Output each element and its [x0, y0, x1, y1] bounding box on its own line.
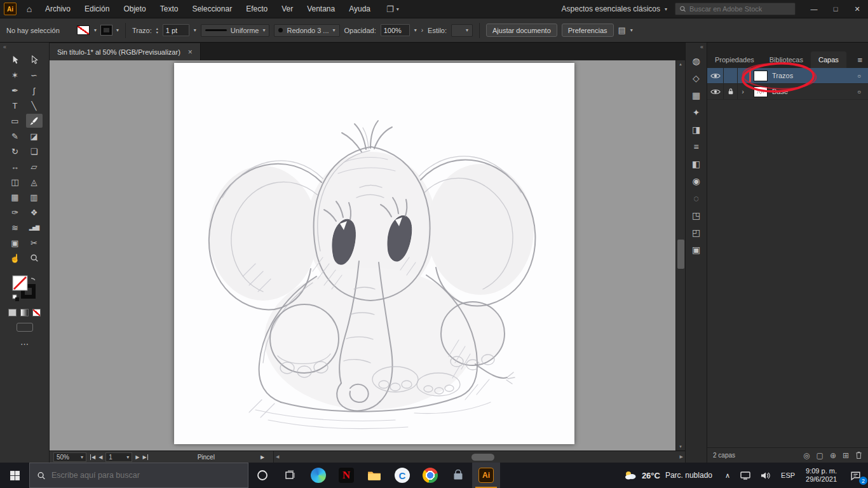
- stroke-color-swatch[interactable]: [101, 25, 112, 35]
- first-artboard-button[interactable]: ◀: [90, 454, 95, 460]
- layer-row-trazos[interactable]: Trazos ○: [707, 68, 868, 84]
- align-options-icon[interactable]: ▤: [618, 25, 626, 35]
- tool-free-transform[interactable]: ▱: [26, 159, 43, 173]
- tool-gradient[interactable]: ▥: [26, 190, 43, 204]
- appearance-panel-icon[interactable]: ◌: [688, 189, 705, 207]
- menu-efecto[interactable]: Efecto: [239, 4, 275, 13]
- stroke-weight-input[interactable]: [163, 24, 189, 36]
- canvas-viewport[interactable]: ▴ ▾: [50, 60, 685, 451]
- new-layer-icon[interactable]: ⊞: [843, 451, 849, 460]
- tab-capas[interactable]: Capas: [811, 51, 846, 68]
- weather-widget[interactable]: 26°C Parc. nublado: [616, 470, 720, 480]
- opacity-label[interactable]: Opacidad:: [344, 27, 376, 34]
- task-view-button[interactable]: [276, 463, 304, 488]
- tool-scale[interactable]: ❏: [26, 144, 43, 158]
- tool-perspective-grid[interactable]: ◬: [26, 175, 43, 189]
- chrome-button[interactable]: [416, 463, 444, 488]
- new-sublayer-icon[interactable]: ⊕: [830, 451, 836, 460]
- c-app-button[interactable]: C: [388, 463, 416, 488]
- scroll-left-icon[interactable]: ◀: [276, 454, 279, 459]
- tool-magic-wand[interactable]: ✶: [7, 68, 24, 82]
- artboard-navigation-dropdown[interactable]: 1 ▾: [105, 452, 132, 462]
- transparency-panel-icon[interactable]: ◉: [688, 172, 705, 189]
- layer-name[interactable]: Trazos: [772, 72, 850, 79]
- fill-caret-icon[interactable]: ▾: [94, 27, 97, 33]
- tool-width[interactable]: ↔: [7, 159, 24, 173]
- tool-lasso[interactable]: ∽: [26, 68, 43, 82]
- target-circle-icon[interactable]: ○: [850, 72, 868, 79]
- tool-pencil[interactable]: ✎: [7, 129, 24, 143]
- stroke-weight-stepper[interactable]: ▴ ▾: [156, 27, 158, 34]
- shape-panel-icon[interactable]: ◇: [688, 69, 705, 86]
- tool-curvature[interactable]: ʃ: [26, 83, 43, 97]
- vertical-scrollbar[interactable]: ▴ ▾: [675, 60, 685, 451]
- tool-rotate[interactable]: ↻: [7, 144, 24, 158]
- menu-edicion[interactable]: Edición: [78, 4, 116, 13]
- tab-close-icon[interactable]: ×: [188, 48, 193, 57]
- tool-paintbrush[interactable]: [26, 114, 43, 128]
- illustrator-taskbar-button[interactable]: Ai: [472, 463, 500, 488]
- artboards-panel-icon[interactable]: ◳: [688, 207, 705, 224]
- last-artboard-button[interactable]: ▶: [142, 454, 147, 460]
- visibility-toggle[interactable]: [707, 68, 724, 83]
- menu-seleccionar[interactable]: Seleccionar: [185, 4, 239, 13]
- fit-document-button[interactable]: Ajustar documento: [486, 24, 557, 37]
- locate-object-icon[interactable]: ◎: [803, 451, 810, 460]
- expand-layer-icon[interactable]: ›: [738, 88, 748, 95]
- tool-slice[interactable]: ✂: [26, 236, 43, 250]
- asset-export-panel-icon[interactable]: ◰: [688, 224, 705, 241]
- taskbar-search-input[interactable]: [51, 471, 241, 480]
- none-button[interactable]: [32, 309, 41, 316]
- layer-name[interactable]: Base: [772, 88, 850, 95]
- brushes-panel-icon[interactable]: ✦: [688, 104, 705, 121]
- fill-color-swatch[interactable]: [77, 25, 90, 35]
- status-play-icon[interactable]: ▶: [261, 454, 264, 460]
- opacity-more-icon[interactable]: ›: [421, 27, 423, 34]
- layer-thumbnail[interactable]: [754, 71, 768, 81]
- tab-bibliotecas[interactable]: Bibliotecas: [762, 51, 811, 68]
- stroke-caret-icon[interactable]: ▾: [116, 27, 119, 33]
- visibility-toggle[interactable]: [707, 84, 724, 99]
- horizontal-scrollbar[interactable]: ◀ ▶: [273, 451, 685, 463]
- stroke-weight-caret-icon[interactable]: ▾: [194, 27, 196, 33]
- tool-mesh[interactable]: ▦: [7, 190, 24, 204]
- stock-search-input[interactable]: [689, 5, 791, 13]
- tool-zoom[interactable]: [26, 251, 43, 265]
- store-button[interactable]: [444, 463, 472, 488]
- symbols-panel-icon[interactable]: ◨: [688, 121, 705, 138]
- previous-artboard-button[interactable]: ◀: [98, 454, 102, 460]
- netflix-button[interactable]: N: [332, 463, 360, 488]
- tool-symbol-sprayer[interactable]: ≋: [7, 220, 24, 234]
- tool-artboard[interactable]: ▣: [7, 236, 24, 250]
- tool-rectangle[interactable]: ▭: [7, 114, 24, 128]
- edge-button[interactable]: [304, 463, 332, 488]
- tool-shape-builder[interactable]: ◫: [7, 175, 24, 189]
- menu-objeto[interactable]: Objeto: [116, 4, 153, 13]
- color-button[interactable]: [8, 309, 17, 316]
- tab-propiedades[interactable]: Propiedades: [707, 51, 762, 68]
- chevron-down-icon[interactable]: ▾: [630, 27, 633, 33]
- lock-toggle[interactable]: [724, 84, 738, 99]
- screen-mode-button[interactable]: [17, 323, 33, 332]
- document-tab[interactable]: Sin título-1* al 50% (RGB/Previsualizar)…: [50, 43, 201, 60]
- network-button[interactable]: [735, 463, 756, 488]
- width-profile-dropdown[interactable]: Uniforme ▾: [201, 24, 270, 37]
- menu-ver[interactable]: Ver: [275, 4, 300, 13]
- scroll-down-icon[interactable]: ▾: [676, 444, 685, 449]
- gradient-button[interactable]: [20, 309, 29, 316]
- tool-hand[interactable]: ☝: [7, 251, 24, 265]
- lock-toggle[interactable]: [724, 68, 738, 83]
- libraries-panel-icon[interactable]: ▣: [688, 241, 705, 258]
- close-button[interactable]: ✕: [846, 0, 868, 18]
- tool-selection[interactable]: [7, 53, 24, 67]
- zoom-level-dropdown[interactable]: 50% ▾: [53, 452, 86, 462]
- delete-layer-icon[interactable]: [855, 451, 862, 459]
- menu-archivo[interactable]: Archivo: [38, 4, 78, 13]
- language-indicator[interactable]: ESP: [776, 463, 800, 488]
- adobe-stock-search[interactable]: [675, 3, 796, 15]
- preferences-button[interactable]: Preferencias: [562, 24, 614, 37]
- menu-texto[interactable]: Texto: [153, 4, 186, 13]
- minimize-button[interactable]: —: [803, 0, 825, 18]
- action-center-button[interactable]: 2: [843, 463, 868, 488]
- tool-type[interactable]: T: [7, 98, 24, 112]
